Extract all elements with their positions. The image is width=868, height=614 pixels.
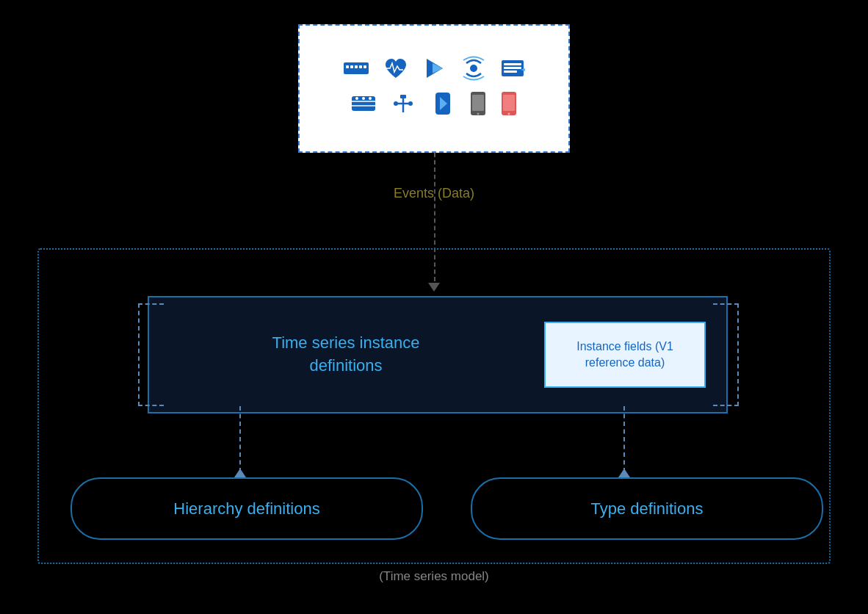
hierarchy-definitions-box: Hierarchy definitions — [70, 477, 423, 540]
instance-fields-label: Instance fields (V1reference data) — [576, 339, 673, 372]
svg-marker-7 — [433, 63, 443, 73]
type-definitions-label: Type definitions — [591, 499, 704, 519]
svg-rect-1 — [346, 65, 349, 68]
instance-inner-container: Time series instancedefinitions Instance… — [148, 296, 728, 413]
svg-rect-31 — [503, 95, 515, 111]
icon-row-1 — [343, 56, 525, 86]
svg-rect-4 — [359, 65, 362, 68]
svg-point-8 — [470, 65, 477, 72]
svg-point-17 — [355, 97, 358, 100]
events-data-label: Events (Data) — [394, 186, 474, 201]
data-lake-icon — [350, 93, 377, 119]
svg-point-23 — [408, 101, 413, 106]
svg-rect-5 — [364, 65, 366, 68]
type-definitions-box: Type definitions — [471, 477, 823, 540]
svg-rect-3 — [355, 65, 358, 68]
icon-row-2 — [350, 90, 518, 122]
bracket-right — [713, 303, 739, 406]
svg-rect-2 — [350, 65, 353, 68]
svg-rect-10 — [504, 63, 521, 65]
stream-analytics-icon — [422, 56, 447, 86]
instance-fields-box: Instance fields (V1reference data) — [544, 322, 706, 388]
mobile-icon-2 — [500, 90, 518, 122]
heartbeat-icon — [383, 56, 409, 86]
iot-hub-icon — [460, 56, 487, 86]
svg-point-19 — [369, 97, 372, 100]
icon-box — [298, 24, 570, 153]
data-factory-icon — [500, 56, 525, 86]
bracket-left — [138, 303, 164, 406]
svg-point-29 — [477, 112, 480, 115]
hierarchy-definitions-label: Hierarchy definitions — [173, 499, 319, 519]
svg-rect-28 — [472, 95, 484, 111]
network-switch-icon — [343, 58, 369, 84]
svg-rect-12 — [504, 71, 517, 73]
svg-rect-24 — [400, 95, 406, 98]
svg-point-32 — [508, 112, 510, 115]
connector-left — [239, 406, 241, 472]
svg-rect-11 — [504, 67, 521, 69]
arrow-up-type — [618, 469, 630, 477]
connector-right — [623, 406, 625, 472]
time-series-model-label: (Time series model) — [379, 569, 489, 584]
logic-apps-icon — [430, 91, 456, 121]
mobile-icon-1 — [469, 90, 487, 122]
svg-point-22 — [394, 101, 398, 106]
arrow-up-hierarchy — [234, 469, 246, 477]
usb-icon — [390, 93, 416, 119]
svg-point-18 — [362, 97, 365, 100]
ts-instance-label: Time series instancedefinitions — [148, 325, 544, 385]
diagram-container: Events (Data) (Time series model) Time s… — [30, 17, 838, 597]
